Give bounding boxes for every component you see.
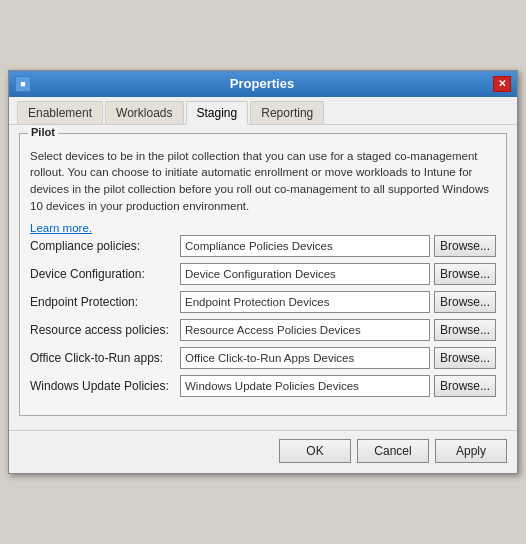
tab-bar: Enablement Workloads Staging Reporting	[9, 97, 517, 125]
cancel-button[interactable]: Cancel	[357, 439, 429, 463]
learn-more-link[interactable]: Learn more.	[30, 222, 92, 234]
content-area: Pilot Select devices to be in the pilot …	[9, 125, 517, 427]
office-clicktorun-label: Office Click-to-Run apps:	[30, 351, 180, 365]
apply-button[interactable]: Apply	[435, 439, 507, 463]
ok-button[interactable]: OK	[279, 439, 351, 463]
compliance-policies-row: Compliance policies: Browse...	[30, 235, 496, 257]
title-bar-controls: ✕	[493, 76, 511, 92]
resource-access-row: Resource access policies: Browse...	[30, 319, 496, 341]
tab-enablement[interactable]: Enablement	[17, 101, 103, 124]
office-clicktorun-row: Office Click-to-Run apps: Browse...	[30, 347, 496, 369]
title-bar: ■ Properties ✕	[9, 71, 517, 97]
resource-access-input[interactable]	[180, 319, 430, 341]
resource-access-label: Resource access policies:	[30, 323, 180, 337]
policy-list: Compliance policies: Browse... Device Co…	[30, 235, 496, 397]
office-clicktorun-input[interactable]	[180, 347, 430, 369]
resource-access-browse[interactable]: Browse...	[434, 319, 496, 341]
window-title: Properties	[31, 76, 493, 91]
group-label: Pilot	[28, 126, 58, 138]
endpoint-protection-input[interactable]	[180, 291, 430, 313]
tab-workloads[interactable]: Workloads	[105, 101, 183, 124]
windows-update-browse[interactable]: Browse...	[434, 375, 496, 397]
pilot-group: Pilot Select devices to be in the pilot …	[19, 133, 507, 417]
footer: OK Cancel Apply	[9, 430, 517, 473]
tab-staging[interactable]: Staging	[186, 101, 249, 125]
close-button[interactable]: ✕	[493, 76, 511, 92]
endpoint-protection-browse[interactable]: Browse...	[434, 291, 496, 313]
endpoint-protection-label: Endpoint Protection:	[30, 295, 180, 309]
windows-update-input[interactable]	[180, 375, 430, 397]
properties-window: ■ Properties ✕ Enablement Workloads Stag…	[8, 70, 518, 475]
pilot-description: Select devices to be in the pilot collec…	[30, 148, 496, 215]
device-config-label: Device Configuration:	[30, 267, 180, 281]
window-icon: ■	[15, 76, 31, 92]
windows-update-label: Windows Update Policies:	[30, 379, 180, 393]
device-config-input[interactable]	[180, 263, 430, 285]
compliance-policies-label: Compliance policies:	[30, 239, 180, 253]
compliance-policies-input[interactable]	[180, 235, 430, 257]
windows-update-row: Windows Update Policies: Browse...	[30, 375, 496, 397]
office-clicktorun-browse[interactable]: Browse...	[434, 347, 496, 369]
compliance-policies-browse[interactable]: Browse...	[434, 235, 496, 257]
device-config-row: Device Configuration: Browse...	[30, 263, 496, 285]
endpoint-protection-row: Endpoint Protection: Browse...	[30, 291, 496, 313]
device-config-browse[interactable]: Browse...	[434, 263, 496, 285]
tab-reporting[interactable]: Reporting	[250, 101, 324, 124]
